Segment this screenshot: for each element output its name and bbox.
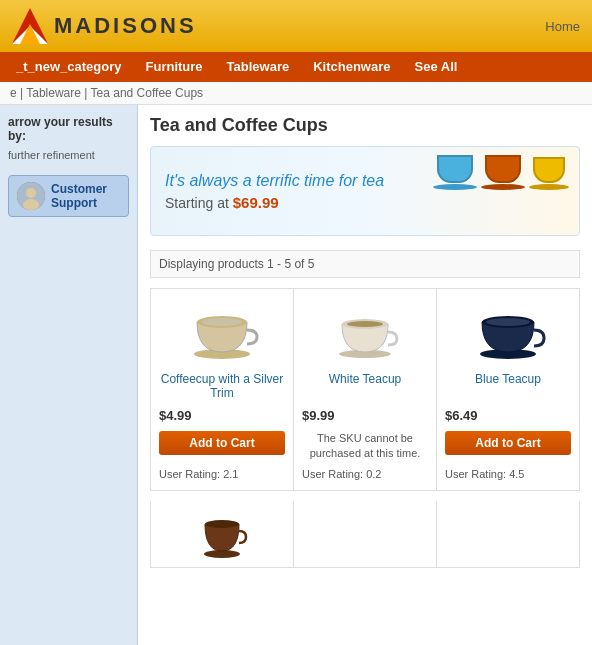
product-cell-3: Blue Teacup $6.49 Add to Cart User Ratin… [437,289,579,490]
breadcrumb: e | Tableware | Tea and Coffee Cups [0,82,592,105]
main-layout: arrow your results by: further refinemen… [0,105,592,645]
product-row-2 [150,501,580,568]
cannot-purchase-msg: The SKU cannot be purchased at this time… [302,431,428,462]
banner-cups [433,155,569,190]
product-cell-4 [151,501,294,567]
refine-label: further refinement [8,149,129,161]
logo: MADISONS [12,8,197,44]
logo-icon [12,8,48,44]
nav-item-new[interactable]: _t_new_category [4,52,134,82]
sidebar: arrow your results by: further refinemen… [0,105,138,645]
browncup-icon [195,509,250,559]
nav-bar: _t_new_category Furniture Tableware Kitc… [0,52,592,82]
svg-point-16 [486,318,530,326]
customer-support-button[interactable]: Customer Support [8,175,129,217]
product-name-2[interactable]: White Teacup [329,372,402,400]
narrow-label: arrow your results by: [8,115,129,143]
whitecup-icon [325,302,405,362]
product-price-2: $9.99 [302,408,335,423]
display-count: Displaying products 1 - 5 of 5 [150,250,580,278]
nav-item-see-all[interactable]: See All [403,52,470,82]
nav-item-furniture[interactable]: Furniture [134,52,215,82]
home-link[interactable]: Home [545,19,580,34]
svg-point-5 [26,188,36,198]
product-image-3 [463,299,553,364]
svg-point-18 [205,520,239,528]
logo-text: MADISONS [54,13,197,39]
avatar-icon [17,182,45,210]
svg-point-9 [202,318,242,326]
promo-banner: It's always a terrific time for tea Star… [150,146,580,236]
user-rating-2: User Rating: 0.2 [302,468,381,480]
nav-item-tableware[interactable]: Tableware [215,52,302,82]
product-grid: Coffeecup with a Silver Trim $4.99 Add t… [150,288,580,491]
banner-starting: Starting at $69.99 [165,194,565,211]
product-image-2 [320,299,410,364]
add-to-cart-button-1[interactable]: Add to Cart [159,431,285,455]
content-area: Tea and Coffee Cups It's always a terrif… [138,105,592,645]
product-cell-2: White Teacup $9.99 The SKU cannot be pur… [294,289,437,490]
product-price-3: $6.49 [445,408,478,423]
support-avatar [17,182,45,210]
banner-price: $69.99 [233,194,279,211]
bluecup-icon [466,302,551,362]
nav-item-kitchenware[interactable]: Kitchenware [301,52,402,82]
product-name-1[interactable]: Coffeecup with a Silver Trim [159,372,285,400]
coffeecup-icon [182,302,262,362]
product-image-1 [177,299,267,364]
support-label: Customer Support [51,182,120,210]
svg-point-13 [347,321,383,327]
add-to-cart-button-3[interactable]: Add to Cart [445,431,571,455]
page-title: Tea and Coffee Cups [150,115,580,136]
header: MADISONS Home [0,0,592,52]
product-cell-1: Coffeecup with a Silver Trim $4.99 Add t… [151,289,294,490]
user-rating-1: User Rating: 2.1 [159,468,238,480]
product-price-1: $4.99 [159,408,192,423]
user-rating-3: User Rating: 4.5 [445,468,524,480]
product-name-3[interactable]: Blue Teacup [475,372,541,400]
